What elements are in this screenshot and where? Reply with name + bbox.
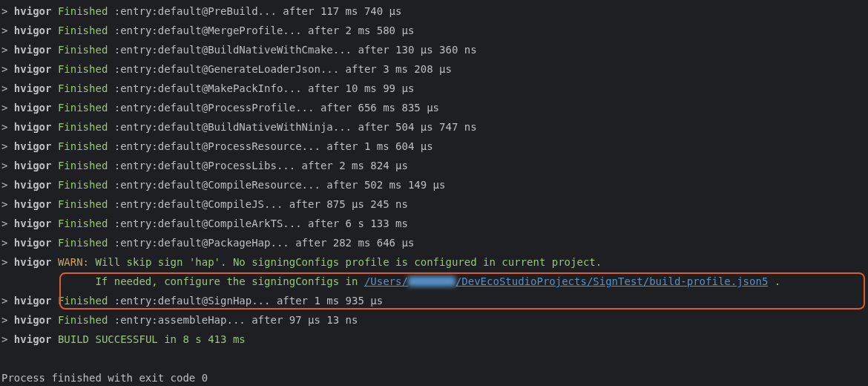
build-log-line: > hvigor Finished :entry:default@Process… bbox=[1, 137, 868, 156]
process-exit-line: Process finished with exit code 0 bbox=[1, 368, 868, 386]
warn-line-2: If needed, configure the signingConfigs … bbox=[1, 272, 868, 291]
build-log-line: > hvigor Finished :entry:default@Compile… bbox=[1, 194, 868, 214]
build-log-line: > hvigor Finished :entry:default@MakePac… bbox=[1, 79, 868, 98]
build-log-line: > hvigor Finished :entry:default@PreBuil… bbox=[1, 1, 868, 21]
redacted-username bbox=[408, 276, 456, 287]
config-file-link[interactable]: /Users/ bbox=[364, 275, 408, 287]
build-log-line: > hvigor Finished :entry:default@BuildNa… bbox=[1, 117, 868, 137]
config-file-link-tail[interactable]: /DevEcoStudioProjects/SignTest/build-pro… bbox=[456, 275, 768, 287]
blank-line bbox=[1, 349, 868, 368]
build-log-line: > hvigor Finished :entry:default@Process… bbox=[1, 98, 868, 117]
build-output-console: > hvigor Finished :entry:default@PreBuil… bbox=[0, 0, 868, 386]
warn-line-1: > hvigor WARN: Will skip sign 'hap'. No … bbox=[1, 252, 868, 272]
build-log-line: > hvigor Finished :entry:default@Generat… bbox=[1, 59, 868, 79]
build-log-line: > hvigor Finished :entry:default@BuildNa… bbox=[1, 40, 868, 59]
build-successful-line: > hvigor BUILD SUCCESSFUL in 8 s 413 ms bbox=[1, 330, 868, 349]
build-log-line: > hvigor Finished :entry:default@Process… bbox=[1, 156, 868, 175]
build-log-line: > hvigor Finished :entry:default@Compile… bbox=[1, 214, 868, 233]
build-log-line: > hvigor Finished :entry:assembleHap... … bbox=[1, 310, 868, 330]
build-log-line: > hvigor Finished :entry:default@Compile… bbox=[1, 175, 868, 194]
build-log-line: > hvigor Finished :entry:default@SignHap… bbox=[1, 291, 868, 310]
build-log-line: > hvigor Finished :entry:default@MergePr… bbox=[1, 21, 868, 40]
build-log-line: > hvigor Finished :entry:default@Package… bbox=[1, 233, 868, 252]
